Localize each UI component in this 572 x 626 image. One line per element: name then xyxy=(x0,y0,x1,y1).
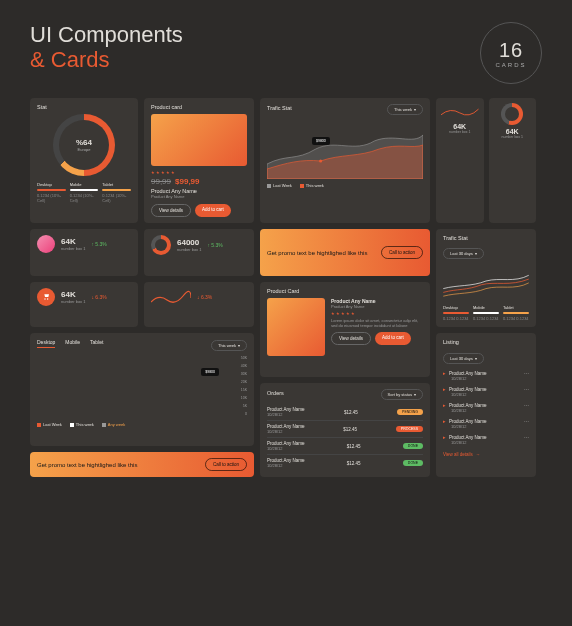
page-title: UI Components & Cards xyxy=(30,22,183,73)
tab-mobile[interactable]: Mobile xyxy=(65,339,80,348)
promo-banner: Get promo text be hightlighed like this … xyxy=(260,229,430,276)
bar-chart: 50K40K30K20K15K10K5K0 $9800 xyxy=(37,356,247,416)
cards-count-badge: 16 CARDS xyxy=(480,22,542,84)
view-details-button[interactable]: View details xyxy=(151,204,191,217)
list-item[interactable]: ▸Product Any Name10/28/12⋯ xyxy=(443,384,529,400)
mini-stat-donut: 64000number box 1 ↑ 5.3% xyxy=(144,229,254,276)
view-all-link[interactable]: View all details → xyxy=(443,452,480,457)
promo-banner: Get promo text be hightlighed like this … xyxy=(30,452,254,477)
list-item[interactable]: ▸Product Any Name10/28/12⋯ xyxy=(443,400,529,416)
sort-dropdown[interactable]: Sort by status xyxy=(381,389,423,400)
period-dropdown[interactable]: Last 30 days xyxy=(443,353,484,364)
orders-card: Orders Sort by status Product Any Name10… xyxy=(260,383,430,477)
mini-donut-icon xyxy=(501,103,523,125)
product-image xyxy=(267,298,325,356)
list-item[interactable]: ▸Product Any Name10/28/12⋯ xyxy=(443,368,529,384)
donut-chart: %64 Europe xyxy=(53,114,115,176)
bar-chart-card: Desktop Mobile Tablet This week 50K40K30… xyxy=(30,333,254,446)
tab-tablet[interactable]: Tablet xyxy=(90,339,103,348)
add-to-cart-button[interactable]: Add to cart xyxy=(195,204,231,217)
chart-tooltip: $9800 xyxy=(201,368,219,376)
order-row[interactable]: Product Any Name10/28/12$12.45DONE xyxy=(267,455,423,471)
stat-donut-card: Stat %64 Europe Desktop0.1234 (10%-Cell)… xyxy=(30,98,138,223)
trafic-stat-30d-card: Trafic Stat Last 30 days Desktop0.1234 0… xyxy=(436,229,536,327)
svg-point-0 xyxy=(319,159,322,162)
product-image xyxy=(151,114,247,166)
period-dropdown[interactable]: This week xyxy=(387,104,423,115)
product-card-wide: Product Card Product Any Name Product An… xyxy=(260,282,430,377)
tiny-donut-icon xyxy=(151,235,171,255)
listing-card: Listing Last 30 days ▸Product Any Name10… xyxy=(436,333,536,477)
chart-tooltip: $9800 xyxy=(312,137,330,145)
trafic-stat-card: Trafic Stat This week $9800 Last Week Th… xyxy=(260,98,430,223)
cart-icon xyxy=(37,288,55,306)
view-details-button[interactable]: View details xyxy=(331,332,371,345)
star-rating: ★★★★★ xyxy=(151,170,247,175)
cta-button[interactable]: Call to action xyxy=(205,458,247,471)
mini-stat-cart: 64Knumber box 1 ↓ 6.3% xyxy=(30,282,138,327)
add-to-cart-button[interactable]: Add to cart xyxy=(375,332,411,345)
period-dropdown[interactable]: Last 30 days xyxy=(443,248,484,259)
order-row[interactable]: Product Any Name10/28/12$12.45DONE xyxy=(267,438,423,455)
mini-stat-pink: 64Knumber box 1 ↑ 5.3% xyxy=(30,229,138,276)
mini-stat-spark: ↓ 6.3% xyxy=(144,282,254,327)
order-row[interactable]: Product Any Name10/28/12$12.45PROCESS xyxy=(267,421,423,438)
area-chart: $9800 xyxy=(267,119,423,179)
circle-icon xyxy=(37,235,55,253)
list-item[interactable]: ▸Product Any Name10/28/12⋯ xyxy=(443,432,529,448)
tab-desktop[interactable]: Desktop xyxy=(37,339,55,348)
mini-stat-pair: 64K number box 1 64K number box 1 xyxy=(436,98,536,223)
order-row[interactable]: Product Any Name10/28/12$12.45PENDING xyxy=(267,404,423,421)
cta-button[interactable]: Call to action xyxy=(381,246,423,259)
product-card: Product card ★★★★★ 99,99$99,99 Product A… xyxy=(144,98,254,223)
list-item[interactable]: ▸Product Any Name10/28/12⋯ xyxy=(443,416,529,432)
period-dropdown[interactable]: This week xyxy=(211,340,247,351)
